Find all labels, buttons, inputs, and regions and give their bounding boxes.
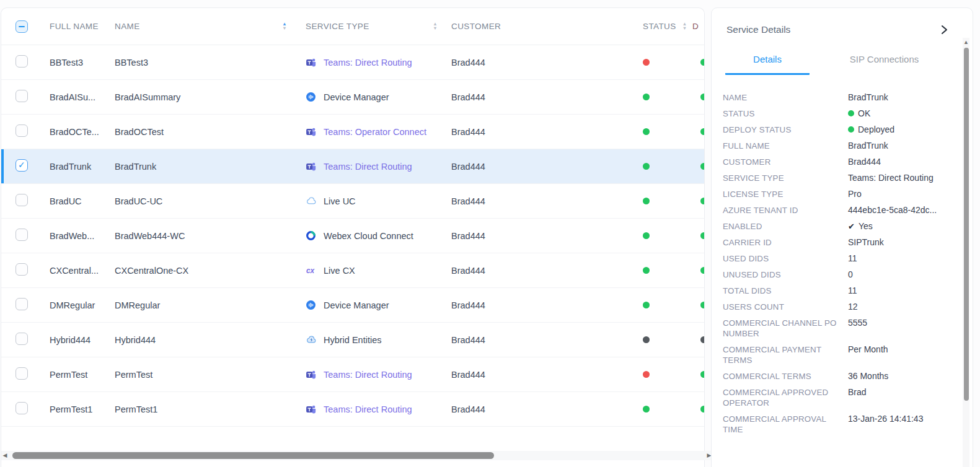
row-checkbox[interactable] <box>15 333 28 345</box>
row-checkbox[interactable] <box>15 124 28 137</box>
cell-deploy-status-clipped <box>692 335 705 345</box>
table-row[interactable]: Hybrid444Hybrid444Hybrid EntitiesBrad444 <box>1 323 704 357</box>
row-checkbox[interactable] <box>15 402 28 414</box>
field-label: STATUS <box>723 108 848 119</box>
cell-deploy-status-clipped <box>692 300 705 310</box>
device-manager-icon <box>306 92 319 102</box>
tab-details[interactable]: Details <box>725 54 810 75</box>
service-type-label[interactable]: Teams: Direct Routing <box>324 162 412 172</box>
column-header-service-type[interactable]: SERVICE TYPE ▲▼ <box>301 22 446 31</box>
service-type-label: Webex Cloud Connect <box>324 231 413 241</box>
row-checkbox[interactable] <box>15 194 28 206</box>
table-row[interactable]: DMRegularDMRegularDevice ManagerBrad444 <box>1 288 704 323</box>
live-cx-icon: cx <box>306 266 319 275</box>
cell-deploy-status-clipped <box>692 266 705 276</box>
sort-arrows-icon[interactable]: ▲▼ <box>282 22 287 31</box>
row-checkbox[interactable] <box>15 55 28 68</box>
status-dot <box>643 94 650 100</box>
detail-field: COMMERCIAL APPROVED OPERATORBrad <box>723 387 948 408</box>
cell-customer: Brad444 <box>446 370 621 380</box>
field-label: UNUSED DIDS <box>723 269 848 280</box>
service-type-label[interactable]: Teams: Direct Routing <box>324 404 412 414</box>
cell-deploy-status-clipped <box>692 162 705 172</box>
table-body: BBTest3BBTest3Teams: Direct RoutingBrad4… <box>1 45 704 427</box>
cell-deploy-status-clipped <box>692 404 705 414</box>
field-label: COMMERCIAL CHANNEL PO NUMBER <box>723 318 848 339</box>
collapse-panel-button[interactable] <box>939 25 949 35</box>
sort-arrows-icon[interactable]: ▲▼ <box>433 22 438 31</box>
field-value: 5555 <box>848 318 867 339</box>
cell-full-name: BradUC <box>37 196 115 206</box>
checkbox-cell <box>1 402 37 416</box>
sort-arrows-icon[interactable]: ▲▼ <box>682 22 687 31</box>
cell-full-name: PermTest1 <box>37 404 115 414</box>
row-checkbox[interactable] <box>15 367 28 380</box>
detail-field: DEPLOY STATUSDeployed <box>723 124 948 135</box>
table-row[interactable]: BradTrunkBradTrunkTeams: Direct RoutingB… <box>1 149 704 184</box>
service-type-label[interactable]: Teams: Operator Connect <box>324 127 426 137</box>
panel-title: Service Details <box>726 24 790 35</box>
column-header-clipped: D <box>692 22 705 31</box>
column-header-status[interactable]: STATUS ▲▼ <box>621 22 692 31</box>
select-all-checkbox[interactable] <box>15 20 28 33</box>
row-checkbox[interactable] <box>15 90 28 102</box>
detail-field: COMMERCIAL TERMS36 Months <box>723 371 948 382</box>
checkbox-cell <box>1 159 37 173</box>
status-dot <box>643 371 650 378</box>
cell-full-name: BradTrunk <box>37 162 115 172</box>
scroll-left-icon[interactable]: ◀ <box>2 451 8 460</box>
cell-status <box>621 92 692 102</box>
row-checkbox[interactable] <box>15 229 28 241</box>
table-row[interactable]: BBTest3BBTest3Teams: Direct RoutingBrad4… <box>1 45 704 80</box>
field-label: ENABLED <box>723 221 848 232</box>
cell-service-type: cxLive CX <box>301 266 446 276</box>
horizontal-scrollbar-thumb[interactable] <box>12 452 494 459</box>
table-row[interactable]: PermTestPermTestTeams: Direct RoutingBra… <box>1 357 704 392</box>
checkbox-cell <box>1 333 37 347</box>
service-type-label[interactable]: Teams: Direct Routing <box>324 58 412 68</box>
cell-deploy-status-clipped <box>692 127 705 137</box>
row-checkbox[interactable] <box>15 159 28 172</box>
cell-full-name: BradAISu... <box>37 92 115 102</box>
table-row[interactable]: PermTest1PermTest1Teams: Direct RoutingB… <box>1 392 704 427</box>
cell-deploy-status-clipped <box>692 92 705 102</box>
table-row[interactable]: CXCentral...CXCentralOne-CXcxLive CXBrad… <box>1 253 704 288</box>
hybrid-icon <box>306 334 319 346</box>
field-value: BradTrunk <box>848 141 888 151</box>
deploy-status-dot <box>700 267 705 274</box>
row-checkbox[interactable] <box>15 263 28 276</box>
table-row[interactable]: BradWeb...BradWeb444-WCWebex Cloud Conne… <box>1 219 704 253</box>
service-type-label[interactable]: Teams: Direct Routing <box>324 370 412 380</box>
field-label: COMMERCIAL TERMS <box>723 371 848 382</box>
detail-field: NAMEBradTrunk <box>723 92 948 103</box>
checkbox-cell <box>1 124 37 139</box>
cell-status <box>621 404 692 414</box>
horizontal-scrollbar[interactable]: ◀ ▶ <box>1 451 713 460</box>
vertical-scrollbar-thumb[interactable] <box>964 48 969 401</box>
checkbox-cell <box>1 298 37 312</box>
cell-deploy-status-clipped <box>692 196 705 206</box>
table-row[interactable]: BradOCTe...BradOCTestTeams: Operator Con… <box>1 115 704 149</box>
column-header-customer: CUSTOMER <box>446 22 621 31</box>
cell-service-type: Teams: Direct Routing <box>301 404 446 415</box>
column-header-name[interactable]: NAME ▲▼ <box>115 22 301 31</box>
table-row[interactable]: BradUCBradUC-UCLive UCBrad444 <box>1 184 704 219</box>
cell-name: BradWeb444-WC <box>115 231 301 241</box>
service-type-label: Device Manager <box>324 300 389 310</box>
cell-deploy-status-clipped <box>692 58 705 68</box>
cell-deploy-status-clipped <box>692 231 705 241</box>
scroll-up-icon[interactable]: ▲ <box>963 38 969 46</box>
tab-sip-connections[interactable]: SIP Connections <box>810 54 959 75</box>
table-row[interactable]: BradAISu...BradAISummaryDevice ManagerBr… <box>1 80 704 115</box>
status-dot <box>643 128 650 135</box>
field-value: SIPTrunk <box>848 237 884 248</box>
cell-name: BradOCTest <box>115 127 301 137</box>
row-checkbox[interactable] <box>15 298 28 310</box>
field-value: ✔Yes <box>848 221 873 232</box>
cell-customer: Brad444 <box>446 404 621 414</box>
field-value: 11 <box>848 253 857 264</box>
teams-icon <box>306 57 319 68</box>
checkbox-cell <box>1 90 37 104</box>
cell-name: BradTrunk <box>115 162 301 172</box>
vertical-scrollbar[interactable]: ▲ <box>963 38 969 467</box>
